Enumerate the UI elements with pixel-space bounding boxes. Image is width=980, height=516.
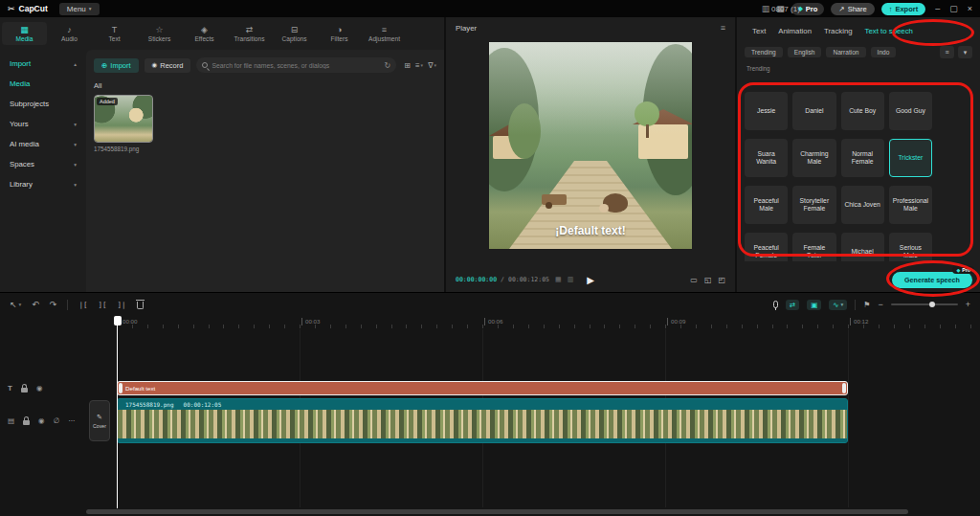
undo-button[interactable]: ↶ — [32, 300, 39, 309]
playhead-handle[interactable] — [114, 316, 122, 325]
zoom-slider[interactable] — [891, 303, 958, 305]
video-clip[interactable]: 1754558819.png 00:00:12:05 — [117, 398, 848, 443]
tab-filters[interactable]: ◑ Filters — [317, 22, 362, 45]
search-input[interactable] — [212, 62, 380, 69]
import-button[interactable]: ⊕ Import — [94, 58, 139, 73]
zoom-in-button[interactable]: + — [966, 300, 970, 309]
voice-card[interactable]: Serious Male — [889, 233, 932, 261]
tab-audio[interactable]: ♪ Audio — [47, 22, 92, 45]
share-button[interactable]: ↗ Share — [831, 3, 874, 15]
mic-icon[interactable] — [773, 301, 778, 308]
voice-card[interactable]: Normal Female — [841, 139, 884, 177]
voice-card[interactable]: Peaceful Male — [745, 186, 788, 224]
voice-card[interactable]: Female Tutor — [792, 233, 835, 261]
voice-card-selected[interactable]: Trickster — [889, 139, 932, 177]
voice-card[interactable]: Good Guy — [889, 92, 932, 130]
grid-view-button[interactable]: ⊞ — [404, 61, 411, 70]
expand-button[interactable]: ▾ — [958, 46, 972, 58]
tab-media[interactable]: ▦ Media — [2, 22, 47, 45]
redo-button[interactable]: ↷ — [50, 300, 57, 309]
minimize-button[interactable]: – — [935, 4, 940, 13]
tab-captions[interactable]: ⊟ Captions — [272, 22, 317, 45]
more-icon[interactable]: ⋯ — [68, 416, 76, 425]
preview-layout-icon[interactable]: ▥ — [568, 276, 574, 283]
voice-card[interactable]: Chica Joven — [841, 186, 884, 224]
quality-button[interactable]: ▭ — [690, 276, 698, 284]
trim-right-button[interactable]: ]| — [117, 301, 125, 309]
export-button[interactable]: ↑ Export — [881, 3, 926, 15]
media-item[interactable]: Added — [94, 95, 153, 143]
lock-icon[interactable] — [21, 388, 28, 393]
record-button[interactable]: ◉ Record — [145, 58, 191, 73]
ratio-button[interactable]: ◱ — [704, 276, 712, 284]
sort-button[interactable]: ≡ ▾ — [415, 61, 423, 70]
voice-card[interactable]: Michael — [841, 233, 884, 261]
text-clip[interactable]: Default text — [117, 381, 848, 395]
timeline-scrollbar[interactable] — [86, 509, 970, 514]
fullscreen-button[interactable]: ◰ — [718, 276, 725, 284]
display-icon[interactable]: ▥ — [762, 4, 770, 13]
mirror-toggle-button[interactable]: ⇄ — [786, 300, 799, 310]
voice-card[interactable]: Cute Boy — [841, 92, 884, 130]
clip-handle-right[interactable] — [842, 383, 846, 393]
player-menu-icon[interactable]: ≡ — [721, 23, 725, 33]
tab-text[interactable]: T Text — [92, 22, 137, 45]
select-tool-button[interactable]: ↖ ▾ — [10, 300, 21, 309]
chip-english[interactable]: English — [788, 47, 822, 57]
close-button[interactable]: × — [968, 4, 972, 13]
eye-icon[interactable]: ◉ — [38, 416, 45, 425]
sidebar-item-spaces[interactable]: Spaces ▾ — [0, 154, 86, 174]
generate-speech-button[interactable]: Generate speech ◆ Pro — [892, 272, 972, 288]
zoom-out-button[interactable]: − — [878, 300, 882, 309]
chip-narration[interactable]: Narration — [826, 47, 865, 57]
menu-button[interactable]: Menu ▾ — [59, 3, 100, 15]
sidebar-item-media[interactable]: Media — [0, 74, 86, 94]
voice-card[interactable]: Daniel — [792, 92, 835, 130]
lock-icon[interactable] — [23, 420, 30, 425]
sort-filter-button[interactable]: ≡ — [940, 46, 954, 58]
tab-transitions[interactable]: ⇄ Transitions — [227, 22, 272, 45]
maximize-button[interactable]: ▢ — [949, 4, 958, 13]
tab-text-to-speech[interactable]: Text to speech — [865, 27, 913, 35]
tab-animation[interactable]: Animation — [778, 27, 812, 35]
voice-card[interactable]: Jessie — [745, 92, 788, 130]
sidebar-item-library[interactable]: Library ▾ — [0, 174, 86, 194]
split-button[interactable]: ][ — [98, 301, 106, 309]
voice-card[interactable]: Storyteller Female — [792, 186, 835, 224]
sidebar-item-ai-media[interactable]: AI media ▾ — [0, 134, 86, 154]
tab-stickers[interactable]: ☆ Stickers — [137, 22, 182, 45]
timeline-ruler[interactable]: 00:00 00:03 00:06 00:09 00:12 — [0, 316, 980, 329]
sidebar-item-yours[interactable]: Yours ▾ — [0, 114, 86, 134]
voice-card[interactable]: Charming Male — [792, 139, 835, 177]
sidebar-item-import[interactable]: Import ▴ — [0, 54, 86, 74]
filter-button[interactable]: ∇ ▾ — [428, 61, 436, 70]
voice-card[interactable]: Suara Wanita — [745, 139, 788, 177]
playhead[interactable] — [117, 316, 118, 508]
video-preview[interactable]: ¡Default text! — [489, 42, 692, 249]
chip-trending[interactable]: Trending — [745, 47, 783, 57]
cover-button[interactable]: ✎ Cover — [89, 400, 110, 441]
scrollbar-thumb[interactable] — [86, 509, 908, 514]
voice-card[interactable]: Peaceful Female — [745, 233, 788, 261]
preview-grid-icon[interactable]: ▦ — [555, 276, 562, 283]
sidebar-item-subprojects[interactable]: Subprojects — [0, 94, 86, 114]
mute-icon[interactable]: ∅ — [54, 416, 60, 425]
play-button[interactable]: ▶ — [587, 275, 594, 285]
recent-icon[interactable]: ↻ — [385, 61, 391, 70]
zoom-slider-thumb[interactable] — [929, 302, 935, 307]
search-box[interactable]: ↻ — [196, 57, 396, 73]
voice-card[interactable]: Professional Male — [889, 186, 932, 224]
trim-left-button[interactable]: |[ — [78, 301, 87, 309]
audio-toggle-button[interactable]: ∿ ▾ — [829, 300, 847, 310]
tab-effects[interactable]: ◈ Effects — [182, 22, 227, 45]
clip-handle-left[interactable] — [119, 383, 122, 393]
tab-tracking[interactable]: Tracking — [824, 27, 853, 35]
delete-button[interactable] — [137, 302, 144, 309]
tab-adjustment[interactable]: ≡ Adjustment — [362, 22, 407, 45]
caption-overlay[interactable]: ¡Default text! — [489, 224, 692, 237]
marker-flag-button[interactable]: ⚑ — [863, 301, 870, 309]
tab-text[interactable]: Text — [752, 27, 766, 35]
chip-indonesian[interactable]: Indo — [871, 47, 897, 57]
snap-toggle-button[interactable]: ▣ — [807, 300, 821, 310]
eye-icon[interactable]: ◉ — [36, 384, 43, 393]
